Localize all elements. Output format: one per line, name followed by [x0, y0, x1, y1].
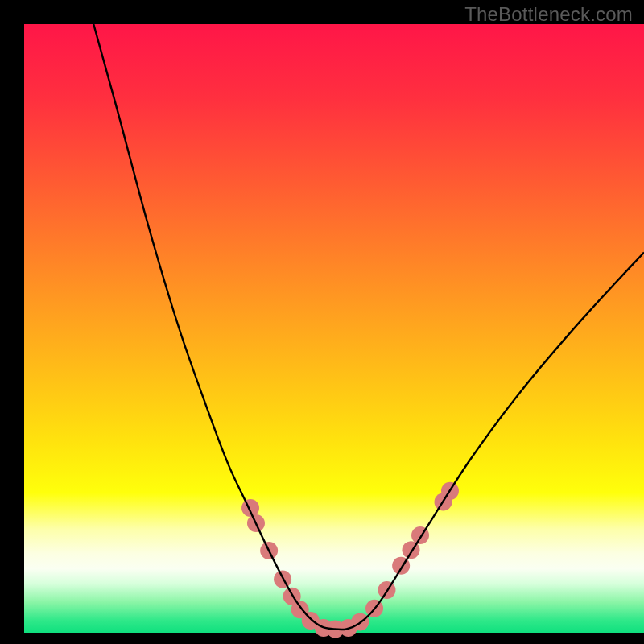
chart-svg: [0, 0, 644, 644]
bottleneck-chart: TheBottleneck.com: [0, 0, 644, 644]
curve-bead: [242, 499, 259, 517]
watermark-text: TheBottleneck.com: [464, 3, 633, 26]
plot-background: [24, 24, 644, 633]
